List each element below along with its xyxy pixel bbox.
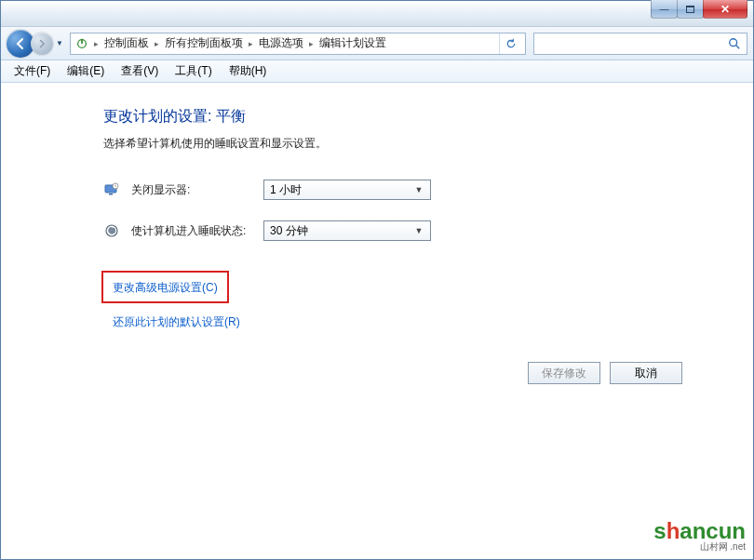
dropdown-value: 30 分钟: [270, 223, 308, 239]
power-icon: [74, 36, 89, 51]
content-area: 更改计划的设置: 平衡 选择希望计算机使用的睡眠设置和显示设置。 关闭显示器: …: [1, 83, 753, 403]
cancel-button[interactable]: 取消: [610, 362, 682, 384]
watermark: shancun 山村网 .net: [653, 518, 746, 553]
monitor-off-icon: [103, 181, 120, 198]
breadcrumb-item[interactable]: 编辑计划设置: [318, 33, 387, 53]
nav-forward-button[interactable]: [31, 33, 53, 55]
minimize-button[interactable]: —: [651, 0, 678, 19]
breadcrumb-item[interactable]: 所有控制面板项: [164, 33, 244, 53]
maximize-button[interactable]: [677, 0, 704, 19]
menu-file[interactable]: 文件(F): [7, 60, 58, 82]
breadcrumb-item[interactable]: 控制面板: [103, 33, 150, 53]
setting-label: 使计算机进入睡眠状态:: [131, 223, 252, 239]
chevron-down-icon: ▼: [411, 183, 426, 196]
chevron-right-icon: ▸: [152, 39, 162, 48]
navigation-row: ▼ ▸ 控制面板 ▸ 所有控制面板项 ▸ 电源选项 ▸ 编辑计划设置: [1, 27, 753, 60]
advanced-power-settings-link[interactable]: 更改高级电源设置(C): [113, 281, 218, 294]
restore-defaults-link[interactable]: 还原此计划的默认设置(R): [113, 314, 240, 330]
menu-bar: 文件(F) 编辑(E) 查看(V) 工具(T) 帮助(H): [1, 60, 753, 83]
svg-line-3: [736, 45, 740, 48]
dropdown-value: 1 小时: [270, 182, 302, 198]
sleep-icon: [103, 222, 120, 239]
search-icon[interactable]: [726, 37, 743, 50]
menu-tools[interactable]: 工具(T): [168, 60, 219, 82]
address-bar[interactable]: ▸ 控制面板 ▸ 所有控制面板项 ▸ 电源选项 ▸ 编辑计划设置: [70, 33, 526, 55]
save-button[interactable]: 保存修改: [528, 362, 600, 384]
search-input[interactable]: [538, 37, 726, 50]
setting-row-sleep: 使计算机进入睡眠状态: 30 分钟 ▼: [103, 220, 716, 241]
refresh-icon[interactable]: [499, 33, 521, 54]
highlighted-link-box: 更改高级电源设置(C): [101, 271, 229, 303]
chevron-right-icon: ▸: [306, 39, 316, 48]
setting-label: 关闭显示器:: [131, 182, 252, 198]
page-subtitle: 选择希望计算机使用的睡眠设置和显示设置。: [103, 136, 716, 152]
menu-help[interactable]: 帮助(H): [222, 60, 275, 82]
page-title: 更改计划的设置: 平衡: [103, 107, 716, 127]
display-off-dropdown[interactable]: 1 小时 ▼: [263, 180, 431, 200]
svg-rect-1: [81, 38, 83, 43]
svg-point-2: [730, 38, 737, 46]
menu-edit[interactable]: 编辑(E): [60, 60, 112, 82]
svg-rect-5: [109, 193, 113, 195]
menu-view[interactable]: 查看(V): [114, 60, 166, 82]
search-box[interactable]: [533, 33, 747, 55]
sleep-dropdown[interactable]: 30 分钟 ▼: [263, 220, 431, 241]
setting-row-display-off: 关闭显示器: 1 小时 ▼: [103, 180, 716, 200]
chevron-down-icon: ▼: [411, 224, 426, 237]
close-button[interactable]: ✕: [703, 0, 747, 19]
chevron-right-icon: ▸: [246, 39, 256, 48]
titlebar: — ✕: [1, 1, 753, 27]
chevron-right-icon: ▸: [91, 39, 101, 48]
nav-history-dropdown[interactable]: ▼: [53, 33, 66, 54]
breadcrumb-item[interactable]: 电源选项: [258, 33, 304, 53]
